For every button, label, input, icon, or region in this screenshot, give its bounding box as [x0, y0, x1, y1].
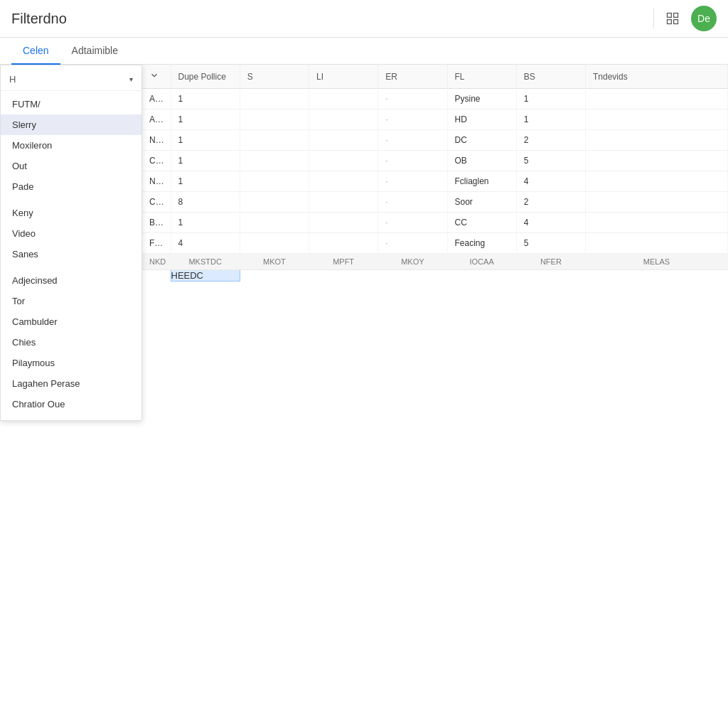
cell-li[interactable] [309, 109, 378, 130]
tab-adtaimible[interactable]: Adtaimible [60, 38, 129, 65]
cell-bs[interactable]: 2 [516, 130, 585, 151]
cell-s[interactable] [240, 171, 309, 192]
th-dupe-police[interactable]: Dupe Pollice [171, 65, 240, 89]
cell-li[interactable] [309, 89, 378, 109]
dropdown-item-video[interactable]: Video [1, 223, 141, 244]
cell-tndevids[interactable] [586, 130, 728, 151]
cell-bs[interactable]: 4 [516, 171, 585, 192]
cell-tndevids[interactable] [586, 109, 728, 130]
dropdown-item-moxileron[interactable]: Moxileron [1, 135, 141, 156]
th-h[interactable] [142, 65, 171, 89]
cell-dupe_police[interactable]: 1 [171, 171, 240, 192]
table-header-row: Dupe Pollice S LI ER FL BS Tndevids [142, 65, 728, 89]
dropdown-item-lagahen-perase[interactable]: Lagahen Perase [1, 373, 141, 394]
cell-s[interactable] [240, 233, 309, 254]
cell-er[interactable]: · [378, 151, 447, 171]
th-fl[interactable]: FL [447, 65, 516, 89]
cell-dupe_police[interactable]: 1 [171, 151, 240, 171]
cell-tndevids[interactable] [586, 171, 728, 192]
cell-dupe_police[interactable]: 1 [171, 109, 240, 130]
user-avatar[interactable]: De [691, 6, 717, 31]
cell-fl[interactable]: HD [447, 109, 516, 130]
dropdown-item-pade[interactable]: Pade [1, 176, 141, 197]
cell-s[interactable] [240, 192, 309, 213]
cell-tndevids[interactable] [586, 233, 728, 254]
sub-header-row: NKD MKSTDC MKOT MPFT MKOY IOCAA NFER MEL… [142, 254, 728, 270]
cell-h[interactable]: Bery [142, 213, 171, 233]
cell-dupe_police[interactable]: 1 [171, 213, 240, 233]
grid-icon[interactable] [663, 9, 682, 28]
cell-s[interactable] [240, 109, 309, 130]
cell-fl[interactable]: Feacing [447, 233, 516, 254]
cell-li[interactable] [309, 171, 378, 192]
cell-s[interactable] [240, 130, 309, 151]
cell-h[interactable]: Nasinvers [142, 130, 171, 151]
cell-fl[interactable]: Fcliaglen [447, 171, 516, 192]
cell-bs[interactable]: 5 [516, 233, 585, 254]
cell-fl[interactable]: CC [447, 213, 516, 233]
dropdown-item-futm/[interactable]: FUTM/ [1, 94, 141, 114]
cell-bs[interactable]: 4 [516, 213, 585, 233]
dropdown-item-pilaymous[interactable]: Pilaymous [1, 353, 141, 373]
dropdown-item-keny[interactable]: Keny [1, 203, 141, 223]
cell-li[interactable] [309, 151, 378, 171]
cell-er[interactable]: · [378, 233, 447, 254]
dropdown-item-tor[interactable]: Tor [1, 291, 141, 311]
cell-h[interactable]: Nary [142, 171, 171, 192]
cell-h[interactable]: Assanity [142, 109, 171, 130]
cell-bs[interactable]: 1 [516, 109, 585, 130]
tab-celen[interactable]: Celen [11, 38, 60, 65]
cell-er[interactable]: · [378, 213, 447, 233]
cell-er[interactable]: · [378, 109, 447, 130]
dropdown-item-sanes[interactable]: Sanes [1, 244, 141, 264]
dropdown-item-chies[interactable]: Chies [1, 332, 141, 353]
selected-cell-empty [142, 270, 171, 282]
th-tndevids[interactable]: Tndevids [586, 65, 728, 89]
dropdown-header[interactable]: H ▾ [1, 71, 141, 91]
cell-fl[interactable]: Soor [447, 192, 516, 213]
sub-th-iocaa: IOCAA [447, 254, 516, 270]
cell-h[interactable]: Calice [142, 151, 171, 171]
header: Filterdno De [0, 0, 728, 38]
dropdown-item-out[interactable]: Out [1, 156, 141, 176]
cell-bs[interactable]: 1 [516, 89, 585, 109]
cell-li[interactable] [309, 213, 378, 233]
table-area[interactable]: Dupe Pollice S LI ER FL BS Tndevids Acro… [142, 65, 728, 728]
cell-dupe_police[interactable]: 8 [171, 192, 240, 213]
th-li[interactable]: LI [309, 65, 378, 89]
filler-td-6 [586, 270, 728, 282]
cell-fl[interactable]: DC [447, 130, 516, 151]
cell-tndevids[interactable] [586, 213, 728, 233]
cell-bs[interactable]: 5 [516, 151, 585, 171]
dropdown-item-chratior-oue[interactable]: Chratior Oue [1, 394, 141, 414]
dropdown-item-adjecinsed[interactable]: Adjecinsed [1, 270, 141, 291]
th-er[interactable]: ER [378, 65, 447, 89]
cell-s[interactable] [240, 213, 309, 233]
cell-tndevids[interactable] [586, 151, 728, 171]
cell-s[interactable] [240, 151, 309, 171]
cell-dupe_police[interactable]: 1 [171, 130, 240, 151]
cell-li[interactable] [309, 130, 378, 151]
cell-er[interactable]: · [378, 192, 447, 213]
cell-h[interactable]: Foonlage [142, 233, 171, 254]
cell-dupe_police[interactable]: 4 [171, 233, 240, 254]
dropdown-item-cambulder[interactable]: Cambulder [1, 311, 141, 332]
cell-tndevids[interactable] [586, 89, 728, 109]
th-bs[interactable]: BS [516, 65, 585, 89]
selected-cell-value[interactable]: HEEDC [171, 270, 240, 282]
cell-s[interactable] [240, 89, 309, 109]
cell-bs[interactable]: 2 [516, 192, 585, 213]
cell-dupe_police[interactable]: 1 [171, 89, 240, 109]
cell-fl[interactable]: Pysine [447, 89, 516, 109]
cell-li[interactable] [309, 192, 378, 213]
cell-er[interactable]: · [378, 171, 447, 192]
cell-tndevids[interactable] [586, 192, 728, 213]
dropdown-item-slerry[interactable]: Slerry [1, 114, 141, 135]
th-s[interactable]: S [240, 65, 309, 89]
cell-er[interactable]: · [378, 89, 447, 109]
cell-li[interactable] [309, 233, 378, 254]
cell-fl[interactable]: OB [447, 151, 516, 171]
cell-er[interactable]: · [378, 130, 447, 151]
cell-h[interactable]: Coaltoshory [142, 192, 171, 213]
cell-h[interactable]: Acrosx [142, 89, 171, 109]
